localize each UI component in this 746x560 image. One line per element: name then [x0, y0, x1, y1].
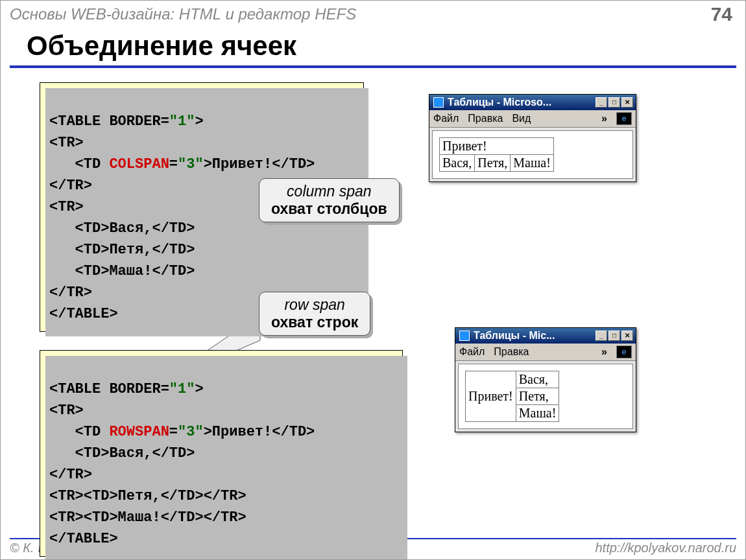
code-block-rowspan: <TABLE BORDER="1"> <TR> <TD ROWSPAN="3">… — [40, 350, 403, 557]
minimize-button[interactable]: _ — [596, 97, 607, 108]
ie-logo-icon: e — [616, 345, 632, 358]
window-menu: Файл Правка » e — [455, 344, 636, 361]
table-cell: Вася, — [516, 371, 559, 388]
table-cell: Маша! — [516, 405, 559, 422]
result-table-2: Привет! Вася, Петя, Маша! — [465, 371, 559, 422]
window-body: Привет! Вася, Петя, Маша! — [458, 364, 633, 429]
window-titlebar: Таблицы - Microso... _ □ ✕ — [429, 95, 636, 110]
footer-url: http://kpolyakov.narod.ru — [595, 541, 736, 555]
menu-more-icon[interactable]: » — [601, 113, 607, 124]
callout-rowspan: row span охват строк — [259, 292, 370, 336]
ie-icon — [459, 331, 470, 341]
maximize-button[interactable]: □ — [608, 331, 620, 341]
menu-edit[interactable]: Правка — [494, 346, 529, 358]
menu-edit[interactable]: Правка — [468, 113, 503, 124]
page-title: Объединение ячеек — [27, 30, 745, 62]
ie-icon — [433, 97, 444, 108]
minimize-button[interactable]: _ — [596, 331, 607, 341]
table-cell: Привет! — [440, 138, 554, 155]
close-button[interactable]: ✕ — [621, 97, 633, 108]
maximize-button[interactable]: □ — [608, 97, 620, 108]
table-cell: Петя, — [516, 388, 559, 405]
window-title-text: Таблицы - Mic... — [474, 330, 555, 342]
callout-colspan: column span охват столбцов — [259, 178, 400, 222]
ie-logo-icon: e — [616, 112, 632, 125]
table-cell: Вася, — [440, 155, 475, 172]
result-table-1: Привет! Вася, Петя, Маша! — [439, 137, 554, 172]
table-cell: Привет! — [466, 371, 516, 422]
menu-file[interactable]: Файл — [459, 346, 485, 358]
table-cell: Маша! — [511, 155, 554, 172]
browser-window-1: Таблицы - Microso... _ □ ✕ Файл Правка В… — [429, 94, 636, 182]
menu-more-icon[interactable]: » — [601, 346, 607, 358]
menu-file[interactable]: Файл — [433, 113, 459, 124]
browser-window-2: Таблицы - Mic... _ □ ✕ Файл Правка » e П… — [455, 327, 636, 432]
table-cell: Петя, — [475, 155, 511, 172]
course-title: Основы WEB-дизайна: HTML и редактор HEFS — [10, 5, 356, 23]
window-title-text: Таблицы - Microso... — [448, 97, 551, 108]
page-number: 74 — [711, 3, 732, 25]
close-button[interactable]: ✕ — [621, 331, 633, 341]
window-body: Привет! Вася, Петя, Маша! — [432, 130, 633, 179]
window-menu: Файл Правка Вид » e — [429, 110, 636, 128]
window-titlebar: Таблицы - Mic... _ □ ✕ — [455, 328, 636, 344]
menu-view[interactable]: Вид — [512, 113, 531, 124]
